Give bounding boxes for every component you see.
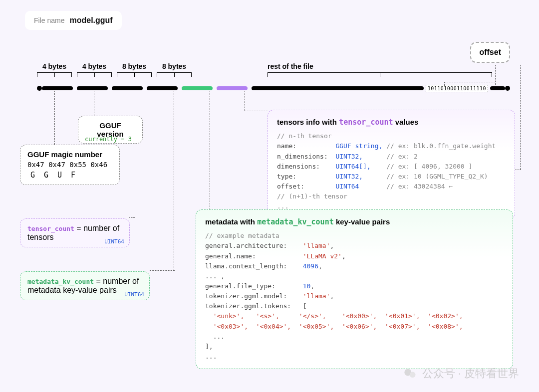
tensors-comment-next: // (n+1)-th tensor [277, 192, 506, 201]
wechat-icon [403, 367, 417, 381]
tensors-panel-heading: tensors info with tensor_count values [277, 116, 506, 128]
magic-hex: 0x47 0x47 0x55 0x46 [27, 161, 112, 169]
tokens-row-1: '<unk>', '<s>', '</s>', '<0x00>', '<0x01… [205, 311, 504, 321]
magic-letters: GGUF [30, 171, 112, 180]
metadata-panel-heading: metadata with metadata_kv_count key-valu… [205, 216, 504, 228]
file-name-label: File name [34, 16, 64, 24]
metadata-lines: general.architecture: 'llama',general.na… [205, 241, 504, 311]
magic-title: GGUF magic number [27, 150, 112, 159]
connector-magic [54, 91, 55, 145]
file-name-pill: File name model.gguf [25, 11, 122, 30]
meta-count-type: UINT64 [124, 291, 144, 298]
metadata-panel: metadata with metadata_kv_count key-valu… [196, 209, 513, 369]
connector-green-panel [210, 91, 210, 209]
size-2: 4 bytes [77, 62, 112, 70]
tensor-count-kw: tensor_count [27, 225, 74, 232]
watermark: 公众号 · 皮特看世界 [403, 366, 519, 381]
byte-sizes-row: 4 bytes 4 bytes 8 bytes 8 bytes [37, 62, 192, 76]
tensor-count-type: UINT64 [104, 238, 124, 245]
meta-count-kw: metadata_kv_count [27, 278, 94, 285]
binary-data-sample: 101101000110011110 [426, 85, 488, 92]
connector-meta-count [174, 91, 174, 270]
tensors-info-panel: tensors info with tensor_count values //… [268, 110, 515, 219]
svg-point-1 [409, 372, 415, 378]
file-byte-bar: 101101000110011110 [37, 86, 510, 91]
rest-of-file-label: rest of the file [268, 62, 492, 76]
gguf-version-note: currently = 3 [85, 136, 132, 143]
size-4: 8 bytes [157, 62, 192, 70]
meta-comment-example: // example metadata [205, 231, 504, 241]
tensor-count-callout: tensor_count = number of tensors UINT64 [20, 218, 130, 247]
magic-number-callout: GGUF magic number 0x47 0x47 0x55 0x46 GG… [20, 145, 120, 185]
offset-label-box: offset [470, 42, 510, 63]
meta-count-callout: metadata_kv_count = number of metadata k… [20, 271, 150, 300]
connector-version [94, 91, 94, 116]
size-1: 4 bytes [37, 62, 72, 70]
tensors-rows: name: GGUF string, // ex: blk.0.ffn_gate… [277, 141, 506, 192]
connector-purple-panel [245, 91, 245, 111]
file-name-value: model.gguf [69, 16, 112, 25]
size-3: 8 bytes [117, 62, 152, 70]
tensors-comment-nth: // n-th tensor [277, 131, 506, 141]
tokens-row-2: '<0x03>', '<0x04>', '<0x05>', '<0x06>', … [205, 322, 504, 332]
offset-label-text: offset [479, 48, 501, 56]
connector-tensor-count [134, 91, 134, 217]
